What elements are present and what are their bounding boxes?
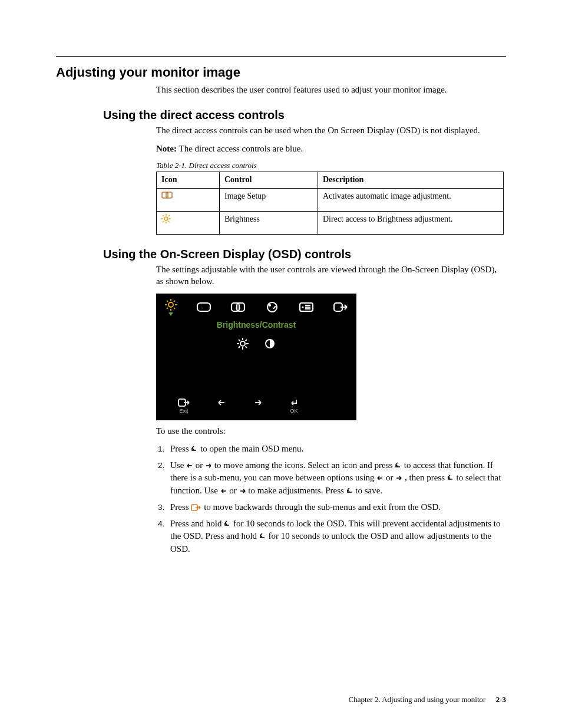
- enter-icon: [191, 446, 198, 453]
- osd-image-setup-icon: [230, 301, 246, 314]
- osd-exit-button: Exit: [177, 398, 190, 414]
- svg-line-42: [167, 308, 168, 309]
- table-caption: Table 2-1. Direct access controls: [156, 160, 506, 171]
- svg-line-40: [174, 308, 175, 309]
- direct-intro: The direct access controls can be used w…: [156, 124, 506, 136]
- note-label: Note:: [156, 144, 177, 153]
- enter-icon: [395, 462, 402, 469]
- steps-list: Press to open the main OSD menu. Use or …: [156, 443, 506, 556]
- svg-line-39: [167, 301, 168, 302]
- document-page: Adjusting your monitor image This sectio…: [0, 0, 562, 728]
- th-description: Description: [318, 172, 504, 189]
- osd-options-icon: [299, 301, 314, 314]
- step-1: Press to open the main OSD menu.: [167, 443, 506, 456]
- row-control: Brightness: [220, 212, 318, 235]
- page-footer: Chapter 2. Adjusting and using your moni…: [349, 695, 507, 704]
- note-body: The direct access controls are blue.: [177, 144, 303, 153]
- step-3: Press to move backwards through the sub-…: [167, 501, 506, 514]
- left-arrow-icon: [186, 462, 193, 469]
- intro-text: This section describes the user control …: [156, 84, 506, 95]
- left-arrow-icon: [376, 475, 384, 482]
- osd-ok-button: OK: [289, 398, 299, 414]
- heading-adjusting: Adjusting your monitor image: [56, 65, 506, 80]
- osd-left-arrow-icon: [216, 398, 227, 414]
- osd-right-arrow-icon: [253, 398, 263, 414]
- enter-icon: [224, 521, 231, 528]
- osd-menu-title: Brightness/Contrast: [164, 319, 348, 331]
- osd-sub-contrast-icon: [264, 338, 276, 350]
- osd-color-icon: [265, 301, 280, 314]
- top-rule: [56, 56, 506, 57]
- th-icon: Icon: [157, 172, 220, 189]
- direct-access-table: Icon Control Description Image Setup Act…: [156, 172, 504, 235]
- table-header-row: Icon Control Description: [157, 172, 504, 189]
- row-control: Image Setup: [220, 189, 318, 212]
- osd-ok-label: OK: [289, 407, 299, 414]
- enter-icon: [346, 487, 353, 495]
- right-arrow-icon: [205, 462, 212, 469]
- osd-screenshot: Brightness/Contrast Exit OK: [156, 294, 356, 420]
- left-arrow-icon: [220, 487, 227, 495]
- note-line: Note: The direct access controls are blu…: [156, 143, 506, 154]
- svg-line-41: [174, 301, 175, 302]
- row-desc: Direct access to Brightness adjustment.: [318, 212, 504, 235]
- osd-exit-icon: [333, 301, 348, 314]
- table-row: Brightness Direct access to Brightness a…: [157, 212, 504, 235]
- right-arrow-icon: [239, 487, 246, 495]
- osd-sub-brightness-icon: [237, 338, 249, 350]
- brightness-icon: [157, 212, 220, 235]
- controls-lead: To use the controls:: [156, 425, 506, 437]
- svg-point-34: [168, 302, 173, 307]
- step-2: Use or to move among the icons. Select a…: [167, 459, 506, 498]
- th-control: Control: [220, 172, 318, 189]
- osd-intro: The settings adjustable with the user co…: [156, 263, 506, 288]
- enter-icon: [259, 533, 266, 540]
- image-setup-icon: [157, 189, 220, 212]
- exit-icon: [191, 504, 201, 511]
- step-4: Press and hold for 10 seconds to lock th…: [167, 518, 506, 556]
- osd-position-icon: [196, 301, 211, 314]
- heading-osd-controls: Using the On-Screen Display (OSD) contro…: [103, 248, 506, 261]
- table-row: Image Setup Activates automatic image ad…: [157, 189, 504, 212]
- osd-brightness-tab-icon: [164, 298, 177, 316]
- row-desc: Activates automatic image adjustment.: [318, 189, 504, 212]
- osd-exit-label: Exit: [177, 407, 190, 414]
- heading-direct-access: Using the direct access controls: [103, 108, 506, 122]
- enter-icon: [447, 475, 454, 482]
- footer-chapter: Chapter 2. Adjusting and using your moni…: [349, 695, 486, 704]
- right-arrow-icon: [395, 475, 402, 482]
- footer-page-number: 2-3: [496, 695, 506, 704]
